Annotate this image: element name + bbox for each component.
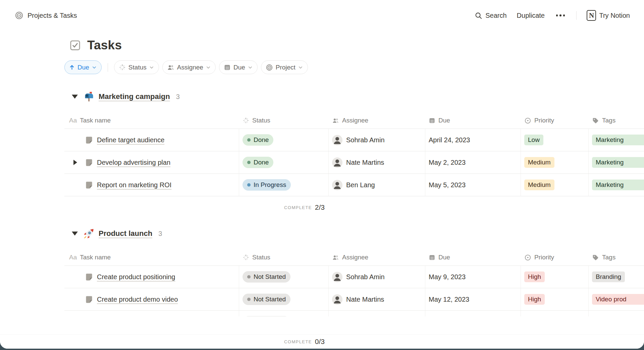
complete-value: 2/3 <box>315 203 325 211</box>
group-collapse-toggle[interactable] <box>69 228 80 239</box>
priority-cell[interactable]: Low <box>521 129 589 151</box>
page-title[interactable]: Tasks <box>87 38 122 52</box>
priority-cell[interactable]: Medium <box>521 151 589 173</box>
table-row: Create product positioning Not Started S… <box>64 265 644 288</box>
column-header-tags[interactable]: Tags <box>589 249 644 265</box>
complete-calculation[interactable]: COMPLETE 0/3 <box>64 335 329 349</box>
status-spinner-icon <box>119 64 126 71</box>
topbar-actions: Search Duplicate N Try Notion <box>475 10 630 21</box>
tags-cell[interactable]: Marketing <box>589 151 644 173</box>
tags-cell[interactable]: Marketing <box>589 129 644 151</box>
task-name-link[interactable]: Define target audience <box>97 136 164 144</box>
task-name-cell[interactable]: Define target audience <box>64 129 239 151</box>
priority-circle-icon <box>524 117 531 124</box>
filter-chip-assignee[interactable]: Assignee <box>162 60 216 74</box>
assignee-cell[interactable]: Ben Lang <box>329 311 425 316</box>
column-header-status[interactable]: Status <box>239 112 329 129</box>
assignee-cell[interactable]: Ben Lang <box>329 174 425 196</box>
filter-chip-project[interactable]: Project <box>261 60 308 74</box>
priority-tag: Low <box>524 135 543 145</box>
priority-cell[interactable]: Medium <box>521 174 589 196</box>
task-name-link[interactable]: Develop advertising plan <box>97 159 170 166</box>
column-header-priority[interactable]: Priority <box>521 249 589 265</box>
status-cell[interactable]: In Progress <box>239 174 329 196</box>
breadcrumb[interactable]: Projects & Tasks <box>15 11 77 20</box>
task-name-cell[interactable]: Monitor launch performance <box>64 311 239 316</box>
column-header-assignee[interactable]: Assignee <box>329 112 425 129</box>
page-icon <box>85 272 94 282</box>
status-cell[interactable]: Not Started <box>239 311 329 316</box>
column-header-due[interactable]: Due <box>425 112 521 129</box>
task-name-cell[interactable]: Report on marketing ROI <box>64 174 239 196</box>
assignee-cell[interactable]: Nate Martins <box>329 151 425 173</box>
assignee-cell[interactable]: Sohrab Amin <box>329 129 425 151</box>
page-icon <box>85 158 94 167</box>
priority-cell[interactable]: High <box>521 311 589 316</box>
filter-chip-status[interactable]: Status <box>114 60 159 74</box>
tags-cell[interactable]: Video prod <box>589 288 644 310</box>
more-options-icon[interactable] <box>555 14 567 16</box>
page-content: Tasks Due Status <box>0 38 644 316</box>
view-controls: Due Status Assignee <box>64 60 644 74</box>
task-name-cell[interactable]: Create product positioning <box>64 266 239 288</box>
tag-pill: Marketing <box>592 157 644 168</box>
sticky-summary-footer: COMPLETE 0/3 <box>0 335 644 349</box>
complete-calculation[interactable]: COMPLETE 2/3 <box>64 196 329 218</box>
filter-chip-due[interactable]: Due <box>219 60 258 74</box>
column-header-assignee[interactable]: Assignee <box>329 249 425 265</box>
due-cell[interactable]: May 5, 2023 <box>425 174 521 196</box>
priority-tag: Medium <box>524 157 554 168</box>
chips-divider <box>108 63 108 72</box>
group-header-marketing-campaign: Marketing campaign 3 <box>69 91 644 102</box>
group-title[interactable]: Marketing campaign <box>99 92 170 101</box>
due-cell[interactable]: May 12, 2023 <box>425 288 521 310</box>
complete-label: COMPLETE <box>284 339 312 344</box>
group-title[interactable]: Product launch <box>99 229 152 238</box>
column-header-tags[interactable]: Tags <box>589 112 644 129</box>
row-expand-toggle[interactable] <box>69 160 81 165</box>
due-cell[interactable]: May 2, 2023 <box>425 151 521 173</box>
status-spinner-icon <box>243 117 249 124</box>
task-name-cell[interactable]: Develop advertising plan <box>64 151 239 173</box>
column-header-priority[interactable]: Priority <box>521 112 589 129</box>
assignee-cell[interactable]: Nate Martins <box>329 288 425 310</box>
priority-cell[interactable]: High <box>521 266 589 288</box>
status-cell[interactable]: Not Started <box>239 266 329 288</box>
due-cell[interactable]: May 9, 2023 <box>425 266 521 288</box>
assignee-cell[interactable]: Sohrab Amin <box>329 266 425 288</box>
priority-tag: Medium <box>524 180 554 190</box>
task-name-link[interactable]: Create product positioning <box>97 273 175 281</box>
chevron-down-icon <box>248 65 253 70</box>
rocket-emoji-icon <box>83 228 95 239</box>
tags-cell[interactable]: Marketing <box>589 174 644 196</box>
column-header-due[interactable]: Due <box>425 249 521 265</box>
chevron-down-icon <box>92 65 97 70</box>
filter-due-label: Due <box>233 64 245 71</box>
task-name-cell[interactable]: Create product demo video <box>64 288 239 310</box>
sort-chip-due[interactable]: Due <box>64 60 102 74</box>
status-cell[interactable]: Not Started <box>239 288 329 310</box>
group-summary: COMPLETE 2/3 <box>0 196 329 218</box>
tags-cell[interactable]: Branding <box>589 266 644 288</box>
column-header-task-name[interactable]: Aa Task name <box>64 112 239 129</box>
status-cell[interactable]: Done <box>239 151 329 173</box>
group-collapse-toggle[interactable] <box>69 91 80 102</box>
priority-cell[interactable]: High <box>521 288 589 310</box>
due-cell[interactable]: May 22, 2023 <box>425 311 521 316</box>
due-cell[interactable]: April 24, 2023 <box>425 129 521 151</box>
column-header-status[interactable]: Status <box>239 249 329 265</box>
try-notion-button[interactable]: N Try Notion <box>587 10 630 21</box>
try-notion-label: Try Notion <box>599 12 630 19</box>
search-button[interactable]: Search <box>475 12 506 19</box>
task-name-link[interactable]: Create product demo video <box>97 296 178 303</box>
task-name-link[interactable]: Report on marketing ROI <box>97 181 171 189</box>
people-icon <box>167 64 174 71</box>
tags-cell[interactable]: Metrics <box>589 311 644 316</box>
duplicate-button[interactable]: Duplicate <box>517 12 545 19</box>
tag-pill: Marketing <box>592 180 644 190</box>
calendar-icon <box>429 254 435 261</box>
table-row: Define target audience Done Sohrab Amin … <box>64 129 644 151</box>
column-header-task-name[interactable]: Aa Task name <box>64 249 239 265</box>
status-cell[interactable]: Done <box>239 129 329 151</box>
complete-value: 0/3 <box>315 338 325 346</box>
